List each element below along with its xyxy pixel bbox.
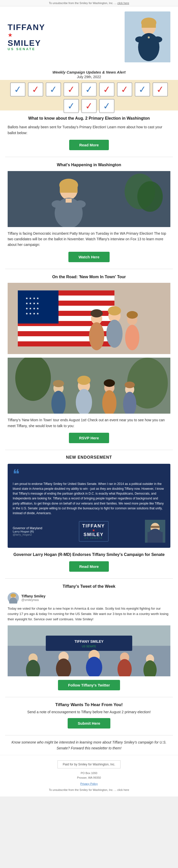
svg-point-38 [91,309,103,317]
forward-section: Know someone who might be interested in … [0,735,178,755]
checkbox-8: ✓ [135,83,150,96]
top-bar: To unsubscribe from the Smiley for Washi… [0,0,178,6]
svg-point-6 [135,36,144,42]
primary-election-title: What to know about the Aug. 2 Primary El… [8,116,170,121]
footer-paid-by: Paid for by Smiley for Washington, Inc. [58,760,120,769]
tweet-name-area: Tiffany Smiley @smileynwa [21,594,45,602]
svg-point-69 [10,594,16,597]
whats-happening-photo [8,171,170,227]
svg-point-44 [127,311,138,319]
primary-election-btn-container: Read More [8,140,170,150]
checkbox-7: ✓ [117,83,132,96]
checkbox-9: ✓ [152,83,168,96]
endorsement-read-more-button[interactable]: Read More [69,561,109,572]
tweet-handle: @smileynwa [21,598,45,602]
checkbox-10: ✓ [64,99,79,113]
svg-rect-3 [142,23,156,28]
tweet-photo: TIFFANY SMILEY US SENATE [8,625,170,676]
whats-happening-title: What's Happening in Washington [8,162,170,168]
svg-text:TIFFANY SMILEY: TIFFANY SMILEY [74,640,104,644]
endorsement-label: NEW ENDORSEMENT [8,455,170,460]
follow-twitter-btn-container: Follow Tiffany's Twitter [8,680,170,690]
submit-button[interactable]: Submit Here [68,718,110,728]
endorser-title: Larry Hogan (R) [13,530,42,533]
whats-happening-body: Tiffany is facing Democratic incumbent P… [8,230,170,248]
forward-text: Know someone who might be interested in … [8,740,170,751]
logo-senate: US SENATE [8,47,124,51]
checkbox-1: ✓ [10,83,26,96]
tweet-section: Tiffany's Tweet of the Week Tiffany Smil… [0,579,178,697]
primary-election-section: What to know about the Aug. 2 Primary El… [0,111,178,157]
svg-point-17 [51,200,63,208]
tweet-section-title: Tiffany's Tweet of the Week [8,584,170,589]
checkbox-6: ✓ [99,83,114,96]
svg-point-12 [137,181,163,212]
checkbox-2: ✓ [28,83,43,96]
endorsement-quote: I am proud to endorse Tiffany Smiley for… [13,482,165,516]
header-section: TIFFANY ★ SMILEY US SENATE [0,6,178,67]
subtitle-text: Weekly Campaign Updates & News Alert [5,70,173,74]
svg-text:★ ★ ★ ★: ★ ★ ★ ★ [26,307,39,310]
svg-point-60 [124,381,135,388]
endorser-photo [145,520,165,543]
endorsement-article-title: Governor Larry Hogan (R-MD) Endorses Tif… [8,552,170,557]
checkbox-11: ✓ [81,99,97,113]
primary-election-read-more-button[interactable]: Read More [69,140,109,150]
checkboxes-banner: ✓ ✓ ✓ ✓ ✓ ✓ ✓ ✓ ✓ ✓ ✓ ✓ [0,80,178,111]
header-photo [124,11,170,62]
svg-rect-19 [66,198,72,203]
endorsement-bottom: Governor of Maryland Larry Hogan (R) @la… [13,520,165,543]
svg-rect-15 [60,185,77,193]
svg-point-18 [74,200,86,208]
svg-text:★ ★ ★ ★: ★ ★ ★ ★ [26,297,39,300]
footer-address2: Prosser, WA 99350 [8,776,170,779]
tweet-name: Tiffany Smiley [21,594,45,598]
checkbox-5: ✓ [81,83,97,96]
endorser-handle: @larry_hogan2 [13,533,42,536]
watch-here-btn-container: Watch Here [8,252,170,262]
follow-twitter-button[interactable]: Follow Tiffany's Twitter [58,680,120,690]
quote-mark-icon: ❝ [13,469,165,479]
footer-address1: PO Box 1093 [8,772,170,775]
checkbox-4: ✓ [64,83,79,96]
svg-rect-66 [147,532,163,543]
submit-btn-container: Submit Here [8,718,170,728]
rsvp-btn-container: RSVP Here [8,433,170,443]
header-photo-svg [124,11,170,62]
privacy-policy-link[interactable]: Privacy Policy [80,782,98,785]
tour-title: On the Road: 'New Mom In Town' Tour [8,274,170,280]
tweet-avatar [8,592,19,603]
tweet-header: Tiffany Smiley @smileynwa [8,592,170,603]
whats-happening-section: What's Happening in Washington [0,157,178,269]
svg-point-54 [77,376,91,385]
subtitle-section: Weekly Campaign Updates & News Alert Jul… [0,67,178,80]
svg-point-8 [148,36,150,38]
tweet-body: Today we voted for change for a new hope… [8,606,170,622]
svg-point-45 [125,325,139,350]
svg-point-41 [108,306,121,315]
logo-area: TIFFANY ★ SMILEY US SENATE [8,23,124,51]
svg-text:US SENATE: US SENATE [82,645,96,648]
rsvp-button[interactable]: RSVP Here [69,433,109,443]
svg-point-57 [104,379,115,387]
checkbox-12: ✓ [99,99,114,113]
svg-point-42 [106,320,122,348]
svg-rect-64 [150,526,160,528]
endorser-name: Governor of Maryland [13,526,42,530]
tour-section: On the Road: 'New Mom In Town' Tour [0,269,178,450]
svg-point-7 [153,36,162,42]
footer-section: Paid for by Smiley for Washington, Inc. … [0,755,178,797]
logo-name2: SMILEY [8,39,124,47]
svg-point-51 [53,380,64,387]
tour-body: Tiffany's 'New Mom In Town' tour ends Au… [8,417,170,429]
hear-title: Tiffany Wants To Hear From You! [8,702,170,707]
tour-group-photo [8,358,170,414]
svg-point-39 [89,322,104,350]
top-bar-unsubscribe-link[interactable]: click here [117,2,129,5]
endorsement-card: ❝ I am proud to endorse Tiffany Smiley f… [8,464,170,548]
endorsement-section: NEW ENDORSEMENT ❝ I am proud to endorse … [0,450,178,578]
top-bar-text: To unsubscribe from the Smiley for Washi… [49,2,117,5]
svg-text:★ ★ ★ ★: ★ ★ ★ ★ [26,312,39,315]
svg-text:★ ★ ★ ★: ★ ★ ★ ★ [26,302,39,305]
watch-here-button[interactable]: Watch Here [68,252,110,262]
